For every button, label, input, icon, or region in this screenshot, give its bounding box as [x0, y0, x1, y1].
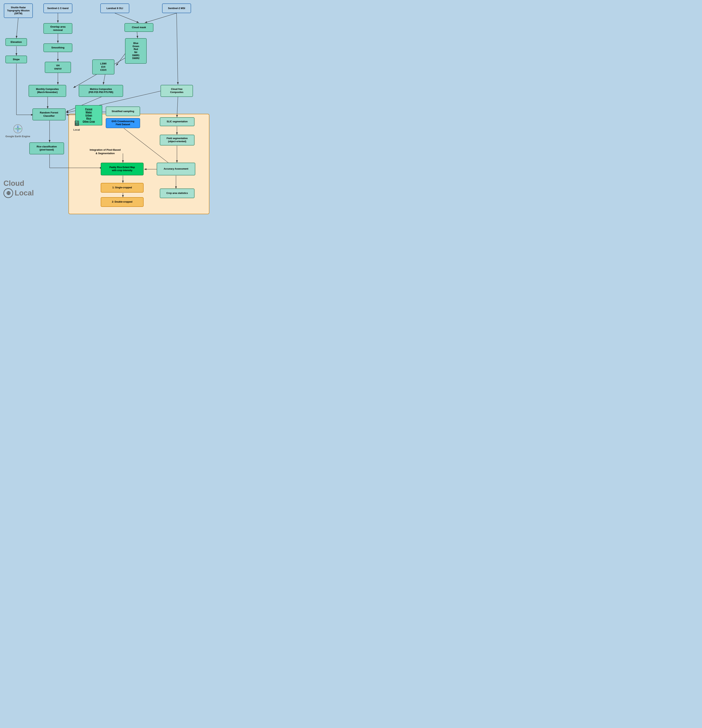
cloudmask-box: Cloud mask: [124, 23, 153, 32]
svg-line-10: [145, 13, 176, 23]
fieldseg-box: Field segmentation (object-oriented): [160, 135, 195, 146]
main-container: Shuttle Radar Topography Mission (SRTM) …: [0, 0, 212, 220]
local-text-logo: Local: [14, 189, 34, 197]
lswi-box: LSWI EVI CGVI: [92, 59, 114, 75]
sentinel2-box: Sentinel-2 MSI: [162, 3, 191, 13]
sentinel1-box: Sentinel-1 C-band: [43, 3, 72, 13]
gvg-box: GVG Crowdsourcing Field Dataset: [106, 118, 140, 128]
metrics-box: Metrics Composites (P05 P25 P50 P75 P95): [79, 85, 123, 97]
srtm-box: Shuttle Radar Topography Mission (SRTM): [4, 3, 33, 18]
svg-line-1: [16, 17, 18, 38]
monitor-icon: 🖥: [73, 119, 80, 127]
single-box: 1: Single-cropped: [101, 183, 144, 192]
paddymap-box: Paddy Rice Extent Map with crop intensit…: [101, 163, 144, 175]
riceclassify-box: Rice classification (pixel-based): [29, 142, 64, 155]
svg-line-15: [176, 13, 178, 85]
svg-line-11: [137, 32, 137, 38]
accuracy-box: Accuracy Assessment: [157, 163, 195, 175]
smoothing-box: Smoothing: [43, 43, 72, 52]
slope-box: Slope: [6, 56, 27, 63]
integration-text: Integration of Pixel-Based& Segmentation: [71, 148, 139, 155]
rfc-box: Random Forest Classifier: [32, 108, 66, 120]
elevation-box: Elevation: [6, 38, 27, 46]
stratified-box: Stratified sampling: [106, 107, 140, 116]
svg-line-13: [103, 74, 105, 85]
cloud-text: Cloud: [3, 179, 24, 188]
svg-line-9: [115, 13, 139, 23]
vhvv-box: VH VH/VV: [45, 62, 71, 73]
cloudfree-box: Cloud free Composites: [160, 85, 193, 97]
monthly-box: Monthly Composites (March-November): [29, 85, 66, 97]
slic-box: SLIC segmentation: [160, 117, 195, 126]
overlap-box: Overlap area removal: [43, 23, 72, 34]
cloud-local-logo: Cloud ⊕ Local: [3, 179, 34, 198]
gee-logo: Google Earth Engine: [6, 123, 30, 138]
landsat8-box: Landsat 8 OLI: [100, 3, 129, 13]
gee-icon: [13, 123, 23, 134]
gee-text: Google Earth Engine: [6, 135, 30, 138]
plus-circle-icon: ⊕: [3, 188, 13, 198]
cropstats-box: Crop area statistics: [160, 189, 195, 198]
local-label: Local: [73, 128, 80, 131]
bands-box: Blue Green Red Nir SWIR1 SWIR2: [125, 38, 147, 64]
double-box: 2: Double-cropped: [101, 197, 144, 207]
local-icon-container: 🖥 Local: [73, 119, 80, 131]
